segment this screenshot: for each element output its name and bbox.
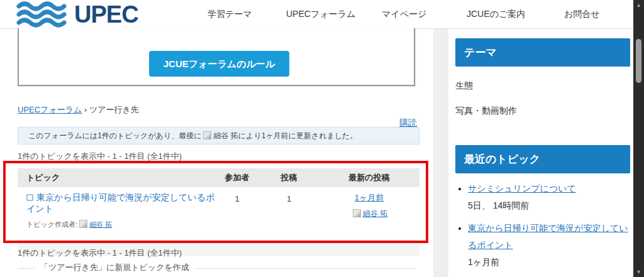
- sidebar-recent-topics-header: 最近のトピック: [455, 145, 630, 173]
- upec-logo[interactable]: UPEC: [16, 1, 138, 28]
- recent-topic-time: 5日、 14時間前: [468, 197, 630, 214]
- column-divider: [433, 29, 448, 277]
- freshness-link[interactable]: 1ヶ月前: [355, 193, 384, 202]
- posts-count: 1: [259, 192, 319, 204]
- waves-icon: [16, 1, 74, 28]
- sidebar-item-ecology[interactable]: 生態: [455, 80, 473, 92]
- participants-count: 1: [215, 192, 259, 204]
- breadcrumb-separator: ›: [84, 105, 87, 114]
- topic-creator-link[interactable]: 細谷 拓: [89, 220, 112, 228]
- nav-item-contact[interactable]: お問合せ: [564, 9, 600, 20]
- breadcrumb-current: ツアー行き先: [89, 105, 139, 114]
- new-topic-fieldset: 「ツアー行き先」に新規トピックを作成: [18, 261, 415, 277]
- recent-topic-link[interactable]: サシミシュリンプについて: [468, 183, 576, 193]
- topic-cell: 東京から日帰り可能で海況が安定しているポイント トピック作成者:細谷 拓: [18, 192, 215, 229]
- avatar-icon: [353, 209, 361, 217]
- topic-title-link[interactable]: 東京から日帰り可能で海況が安定しているポイント: [26, 192, 214, 214]
- forum-notice-bar: このフォーラムには1件のトピックがあり、最後に細谷 拓により1ヶ月前に更新されま…: [18, 127, 419, 144]
- recent-topic-link[interactable]: 東京から日帰り可能で海況が安定しているポイント: [468, 223, 628, 250]
- nav-item-jcue-guide[interactable]: JCUEのご案内: [467, 9, 525, 20]
- forum-rules-panel: JCUEフォーラムのルール: [18, 28, 415, 86]
- last-poster-link[interactable]: 細谷 拓: [363, 209, 387, 218]
- topic-bubble-icon: [26, 194, 33, 201]
- list-item: 東京から日帰り可能で海況が安定しているポイント 1ヶ月前: [468, 220, 630, 271]
- notice-author: 細谷 拓: [213, 131, 238, 140]
- scroll-down-icon[interactable]: ▼: [633, 267, 644, 277]
- scrollbar-thumb[interactable]: [636, 39, 641, 83]
- new-topic-legend: 「ツアー行き先」に新規トピックを作成: [35, 262, 194, 273]
- subscribe-link[interactable]: 購読: [399, 117, 417, 128]
- topic-creator-label: トピック作成者:: [26, 220, 77, 228]
- pagination-top: 1件のトピックを表示中 - 1 - 1件目 (全1件中): [18, 151, 182, 162]
- recent-topic-time: 1ヶ月前: [468, 254, 630, 271]
- list-item: サシミシュリンプについて 5日、 14時間前: [468, 180, 630, 214]
- pagination-bottom: 1件のトピックを表示中 - 1 - 1件目 (全1件中): [18, 247, 182, 259]
- sidebar-item-photo-video[interactable]: 写真・動画制作: [455, 106, 517, 117]
- col-header-topic: トピック: [18, 172, 215, 183]
- col-header-participants: 参加者: [215, 172, 259, 183]
- sidebar-theme-header: テーマ: [455, 38, 630, 67]
- nav-item-learning-themes[interactable]: 学習テーマ: [208, 9, 252, 20]
- vertical-scrollbar[interactable]: ▲ ▼: [633, 0, 644, 277]
- logo-text: UPEC: [74, 1, 138, 28]
- notice-prefix: このフォーラムには1件のトピックがあり、最後に: [28, 131, 201, 140]
- scroll-up-icon[interactable]: ▲: [633, 0, 644, 10]
- topic-creator: トピック作成者:細谷 拓: [26, 220, 215, 229]
- col-header-freshness: 最新の投稿: [319, 172, 419, 183]
- breadcrumb-forum-link[interactable]: UPECフォーラム: [18, 105, 82, 114]
- nav-item-upec-forum[interactable]: UPECフォーラム: [286, 9, 355, 20]
- notice-suffix: により1ヶ月前に更新されました。: [238, 131, 358, 140]
- recent-topics-list: サシミシュリンプについて 5日、 14時間前 東京から日帰り可能で海況が安定して…: [468, 180, 630, 277]
- freshness-cell: 1ヶ月前 細谷 拓: [319, 192, 419, 219]
- breadcrumb: UPECフォーラム › ツアー行き先: [18, 104, 139, 116]
- topics-table: トピック 参加者 投稿 最新の投稿 東京から日帰り可能で海況が安定しているポイン…: [18, 168, 419, 256]
- nav-item-my-page[interactable]: マイページ: [382, 9, 426, 20]
- col-header-posts: 投稿: [259, 172, 319, 183]
- jcue-forum-rules-button[interactable]: JCUEフォーラムのルール: [149, 51, 289, 77]
- topics-table-header: トピック 参加者 投稿 最新の投稿: [18, 168, 419, 187]
- avatar-icon: [79, 220, 87, 228]
- avatar-icon: [203, 131, 211, 139]
- top-navigation-bar: UPEC 学習テーマ UPECフォーラム マイページ JCUEのご案内 お問合せ: [0, 0, 633, 29]
- table-row: 東京から日帰り可能で海況が安定しているポイント トピック作成者:細谷 拓 1 1…: [18, 187, 419, 236]
